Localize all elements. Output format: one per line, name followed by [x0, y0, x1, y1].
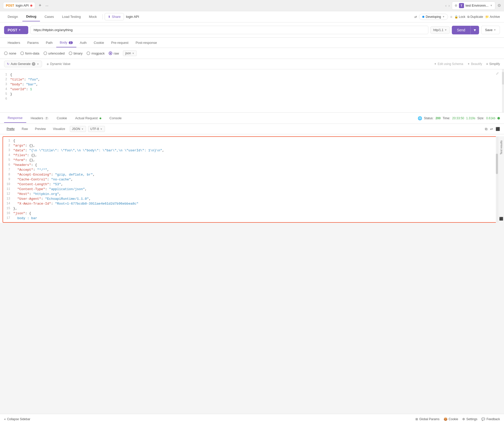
- tab-pre-request[interactable]: Pre-request: [108, 38, 132, 47]
- format-preview[interactable]: Preview: [32, 126, 48, 132]
- tab-console[interactable]: Console: [106, 114, 125, 123]
- tab-load-testing[interactable]: Load Testing: [59, 12, 85, 21]
- line-number: 5: [0, 92, 10, 96]
- resp-line-content: "data": "{\n \"title\": \"foo\",\n \"bod…: [13, 149, 164, 152]
- response-toolbar: Pretty Raw Preview Visualize JSON ▼ UTF-…: [0, 124, 504, 134]
- tab-mock[interactable]: Mock: [85, 12, 100, 21]
- archive-button[interactable]: 📁 Archive: [485, 15, 500, 19]
- send-icon-right[interactable]: ⇄: [414, 15, 417, 19]
- wrap-lines-button[interactable]: ⇌: [490, 127, 493, 131]
- nav-forward-button[interactable]: ›: [449, 4, 450, 8]
- time-value: 20:33:50: [452, 116, 464, 120]
- simplify-button[interactable]: ≡ Simplify: [486, 62, 500, 66]
- tab-debug[interactable]: Debug: [22, 12, 40, 21]
- collapse-sidebar-button[interactable]: « Collapse Sidebar: [4, 417, 30, 421]
- more-tabs-button[interactable]: ···: [44, 3, 51, 8]
- send-button-group[interactable]: Send ▼: [452, 26, 479, 34]
- content-type-select[interactable]: JSON ▼: [70, 126, 86, 132]
- add-tab-button[interactable]: +: [37, 2, 44, 9]
- option-msgpack[interactable]: msgpack: [87, 51, 105, 55]
- settings-label: Settings: [466, 417, 477, 421]
- resp-line-num: 2: [3, 144, 13, 148]
- format-label: json: [125, 51, 131, 55]
- cookie-button[interactable]: 🍪 Cookie: [444, 417, 458, 421]
- response-scrollbar-thumb[interactable]: [496, 154, 498, 174]
- dynamic-value-button[interactable]: ◈ Dynamic Value: [44, 61, 73, 67]
- url-input[interactable]: [30, 26, 428, 34]
- tab-path[interactable]: Path: [42, 38, 56, 47]
- beautify-button[interactable]: ✦ Beautify: [467, 62, 482, 66]
- feedback-label: Feedback: [486, 417, 500, 421]
- tab-cookie[interactable]: Cookie: [90, 38, 107, 47]
- resp-line-content: "Content-Length": "53",: [13, 182, 63, 186]
- duplicate-button[interactable]: ⧉ Duplicate: [467, 15, 483, 19]
- option-form-data[interactable]: form-data: [20, 51, 39, 55]
- tab-response[interactable]: Response: [4, 113, 26, 123]
- editor-scrollbar-thumb[interactable]: [502, 72, 504, 85]
- expand-editor-button[interactable]: ⤢: [496, 71, 499, 76]
- resp-line-12: 12 "Host": "httpbin.org",: [3, 192, 501, 196]
- edit-schema-button[interactable]: ✦ Edit using Schema: [434, 62, 463, 66]
- time-ms: 1.319s: [466, 116, 475, 120]
- feedback-button[interactable]: 💬 Feedback: [481, 417, 500, 421]
- resp-line-4: 4 "files": {},: [3, 153, 501, 158]
- resp-line-num: 17: [3, 216, 13, 220]
- auto-generate-button[interactable]: ↻ Auto Generate ? ▼: [4, 61, 42, 67]
- copy-response-button[interactable]: ⧉: [485, 127, 487, 131]
- send-main-label[interactable]: Send: [452, 26, 470, 34]
- protocol-label: http/1.1: [433, 28, 443, 32]
- tab-body[interactable]: Body 1: [56, 38, 76, 47]
- radio-urlencoded-icon: [44, 51, 47, 55]
- line-content: "title": "foo",: [10, 78, 40, 82]
- share-icon: ⬆: [108, 15, 110, 19]
- env-badge[interactable]: Developing ▼: [419, 14, 448, 20]
- response-highlight-box: 1 { 2 "args": {}, 3 "data": "{\n \"title…: [3, 136, 501, 223]
- lock-button[interactable]: 🔒 Lock: [454, 15, 465, 19]
- env-settings-icon: ⚙: [455, 4, 457, 7]
- tab-params[interactable]: Params: [24, 38, 42, 47]
- collapse-sidebar-icon: «: [4, 417, 6, 421]
- lock-icon: 🔒: [454, 15, 458, 19]
- method-select-button[interactable]: POST ▼: [4, 26, 28, 34]
- format-visualize[interactable]: Visualize: [50, 126, 68, 132]
- tab-post-response[interactable]: Post-response: [132, 38, 161, 47]
- resp-line-content: "args": {},: [13, 144, 35, 148]
- tab-bar: POST login API + ··· ‹ › ⚙ T test Enviro…: [0, 0, 504, 11]
- settings-icon-button[interactable]: ⚙: [497, 3, 501, 8]
- option-none[interactable]: none: [4, 51, 16, 55]
- option-urlencoded[interactable]: urlencoded: [44, 51, 65, 55]
- tab-actual-request[interactable]: Actual Request: [72, 114, 105, 123]
- format-pretty[interactable]: Pretty: [4, 126, 17, 132]
- tab-login-api[interactable]: POST login API: [3, 2, 35, 9]
- download-response-button[interactable]: ⬛: [496, 127, 500, 131]
- line-brace-close: }: [10, 92, 12, 96]
- option-raw[interactable]: raw: [109, 51, 119, 55]
- share-button[interactable]: ⬆ Share: [105, 13, 124, 20]
- save-button[interactable]: Save ▼: [481, 26, 500, 34]
- radio-raw-icon: [109, 51, 112, 55]
- settings-button[interactable]: ⚙ Settings: [462, 417, 477, 421]
- global-params-button[interactable]: ⊞ Global Params: [415, 417, 439, 421]
- tab-response-headers[interactable]: Headers 7: [27, 114, 52, 123]
- response-section: Response Headers 7 Cookie Actual Request…: [0, 113, 504, 223]
- send-dropdown-icon[interactable]: ▼: [470, 26, 479, 34]
- list-icon: ≡: [450, 15, 452, 19]
- tab-cases[interactable]: Cases: [41, 12, 58, 21]
- format-select[interactable]: json ▼: [123, 50, 137, 56]
- panel-layout-icon[interactable]: ⬛: [497, 215, 504, 223]
- resp-line-num: 1: [3, 139, 13, 143]
- protocol-select[interactable]: http/1.1 ▼: [430, 26, 450, 34]
- test-results-panel[interactable]: Test results: [499, 136, 504, 159]
- code-line-5: 5 }: [0, 92, 504, 97]
- format-raw[interactable]: Raw: [19, 126, 30, 132]
- env-selector[interactable]: ⚙ T test Environm... ▼: [452, 2, 495, 10]
- format-chevron-icon: ▼: [132, 52, 134, 55]
- tab-headers[interactable]: Headers: [4, 38, 24, 47]
- line-number: 1: [0, 73, 10, 76]
- encoding-select[interactable]: UTF-8 ▼: [88, 126, 105, 132]
- nav-back-button[interactable]: ‹: [445, 4, 446, 8]
- tab-auth[interactable]: Auth: [76, 38, 90, 47]
- tab-design[interactable]: Design: [4, 12, 21, 21]
- option-binary[interactable]: binary: [69, 51, 82, 55]
- tab-response-cookie[interactable]: Cookie: [53, 114, 71, 123]
